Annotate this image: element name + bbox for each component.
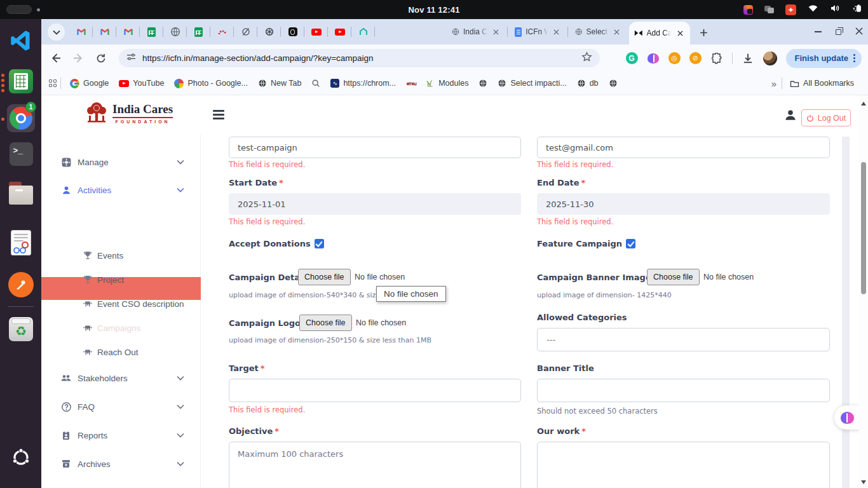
banner-image-choose-file-button[interactable]: Choose file xyxy=(647,269,700,285)
sidebar-item-campaigns[interactable]: Campaigns xyxy=(41,320,201,336)
menu-toggle-icon[interactable] xyxy=(213,110,224,119)
feature-campaign-checkbox[interactable] xyxy=(626,239,635,248)
bookmark-new-tab[interactable]: New Tab xyxy=(253,75,306,92)
bookmark-select-impact[interactable]: Select impacti... xyxy=(492,75,571,92)
pinned-tab-sheets[interactable] xyxy=(140,19,163,44)
all-bookmarks[interactable]: All Bookmarks xyxy=(785,75,859,92)
pinned-tab-globe[interactable] xyxy=(163,19,187,44)
tab-add-campaign-active[interactable]: Add Ca xyxy=(629,22,690,44)
sidebar-item-project[interactable]: Project xyxy=(41,272,201,287)
bookmark-google-photos[interactable]: Photo - Google... xyxy=(169,75,253,92)
wifi-icon[interactable] xyxy=(808,4,818,15)
tab-select[interactable]: Select v xyxy=(570,19,626,44)
downloads-icon[interactable] xyxy=(742,52,754,65)
site-settings-icon[interactable] xyxy=(126,52,136,64)
our-work-textarea[interactable] xyxy=(537,442,830,488)
brain-extension-widget[interactable] xyxy=(834,405,860,430)
files-dock-icon[interactable] xyxy=(7,181,35,209)
target-input[interactable] xyxy=(229,379,521,402)
page-scrollbar[interactable] xyxy=(859,95,868,488)
sidebar-item-events[interactable]: Events xyxy=(41,248,201,263)
url-text[interactable]: https://icfn.in/manage-section/add-campa… xyxy=(142,53,575,63)
tab-india-cares[interactable]: India Ca xyxy=(447,19,505,44)
inner-scrollbar-track[interactable] xyxy=(842,137,850,488)
pinned-tab-sheets[interactable] xyxy=(187,19,210,44)
pinned-tab-red-arc[interactable] xyxy=(210,19,234,44)
close-icon[interactable] xyxy=(855,26,863,37)
bookmark-google[interactable]: Google xyxy=(65,75,114,92)
brain-extension-icon[interactable] xyxy=(647,52,660,65)
bookmark-chrome-link[interactable]: ∿https://chrom... xyxy=(325,75,401,92)
tab-close-icon[interactable] xyxy=(613,27,621,37)
system-clock[interactable]: Nov 11 12:41 xyxy=(0,5,868,15)
pinned-tab-black-o[interactable] xyxy=(281,19,304,44)
sidebar-item-manage[interactable]: Manage xyxy=(41,154,201,170)
bookmark-star-icon[interactable] xyxy=(581,51,592,65)
libreoffice-calc-dock-icon[interactable] xyxy=(7,67,35,95)
orange-extension-icon[interactable]: ◎ xyxy=(668,52,681,64)
sidebar-item-activities[interactable]: Activities xyxy=(41,182,201,198)
new-tab-button[interactable] xyxy=(696,25,711,40)
postman-dock-icon[interactable] xyxy=(7,271,35,299)
campaign-logo-choose-file-button[interactable]: Choose file xyxy=(299,315,352,331)
sidebar-item-archives[interactable]: Archives xyxy=(41,456,201,471)
scrollbar-thumb[interactable] xyxy=(861,162,866,294)
logout-button[interactable]: Log Out xyxy=(801,109,851,126)
allowed-categories-select[interactable]: --- xyxy=(537,328,830,351)
bookmark-modules[interactable]: Modules xyxy=(421,75,473,92)
pinned-tab-openai[interactable] xyxy=(257,19,281,44)
jetbrains-toolbox-icon[interactable] xyxy=(743,5,753,15)
document-viewer-dock-icon[interactable] xyxy=(7,229,35,257)
chrome-dock-icon[interactable]: 1 xyxy=(7,104,35,132)
back-icon[interactable] xyxy=(46,50,64,67)
tab-search-button[interactable] xyxy=(48,24,65,41)
pinned-tab-gmail[interactable] xyxy=(116,19,140,44)
tab-close-icon[interactable] xyxy=(552,27,560,37)
end-date-input[interactable]: 2025-11-30 xyxy=(537,193,830,215)
sidebar-item-reach-out[interactable]: Reach Out xyxy=(41,344,201,360)
bookmarks-overflow[interactable]: » xyxy=(769,78,779,89)
tab-close-icon[interactable] xyxy=(491,27,500,37)
apps-grid-icon[interactable] xyxy=(49,79,57,87)
email-input[interactable] xyxy=(537,137,830,158)
pinned-tab-youtube[interactable] xyxy=(304,19,328,44)
chat-icon[interactable] xyxy=(764,6,774,13)
sidebar-item-reports[interactable]: Reports xyxy=(41,428,201,443)
ubuntu-apps-icon[interactable] xyxy=(7,444,35,471)
screen-record-icon[interactable] xyxy=(785,4,796,15)
terminal-dock-icon[interactable]: >_ xyxy=(7,140,35,168)
profile-avatar[interactable] xyxy=(763,51,777,65)
finish-update-button[interactable]: Finish update xyxy=(786,49,862,68)
bookmark-db[interactable]: db xyxy=(572,75,604,92)
pinned-tab-gmail[interactable] xyxy=(69,19,93,44)
tab-icfn[interactable]: ICFn W xyxy=(510,19,566,44)
trash-dock-icon[interactable]: ♻ xyxy=(7,315,35,343)
pinned-tab-gmail[interactable] xyxy=(93,19,116,44)
pinned-tab-teal-arrow[interactable] xyxy=(351,19,375,44)
bookmark-globe[interactable] xyxy=(473,75,492,92)
vscode-dock-icon[interactable] xyxy=(7,27,35,55)
campaign-name-input[interactable] xyxy=(229,137,521,158)
extensions-puzzle-icon[interactable] xyxy=(710,52,723,65)
sidebar-item-stakeholders[interactable]: Stakeholders xyxy=(41,370,201,386)
forward-icon[interactable] xyxy=(69,50,87,67)
start-date-input[interactable]: 2025-11-01 xyxy=(229,193,521,215)
tab-close-icon[interactable] xyxy=(675,28,685,38)
reload-icon[interactable] xyxy=(92,50,110,67)
address-bar[interactable]: https://icfn.in/manage-section/add-campa… xyxy=(119,49,600,67)
bookmark-red-script[interactable]: ளவ xyxy=(401,75,421,92)
volume-icon[interactable] xyxy=(830,4,840,15)
bookmark-globe[interactable] xyxy=(604,75,623,92)
bookmark-search[interactable] xyxy=(306,75,325,92)
grammarly-icon[interactable]: G xyxy=(626,52,638,64)
banner-title-input[interactable] xyxy=(537,379,830,402)
sidebar-item-faq[interactable]: FAQ xyxy=(41,399,201,414)
browser-menu-icon[interactable] xyxy=(853,54,855,62)
accept-donations-checkbox[interactable] xyxy=(315,239,324,248)
restore-icon[interactable] xyxy=(836,29,841,35)
detail-logo-choose-file-button[interactable]: Choose file xyxy=(298,269,351,285)
india-cares-logo[interactable]: India Cares FOUNDATION xyxy=(86,100,173,126)
pinned-tab-youtube[interactable] xyxy=(328,19,351,44)
scroll-down-arrow[interactable] xyxy=(861,480,866,484)
orange-compass-icon[interactable]: ⊘ xyxy=(689,52,702,64)
